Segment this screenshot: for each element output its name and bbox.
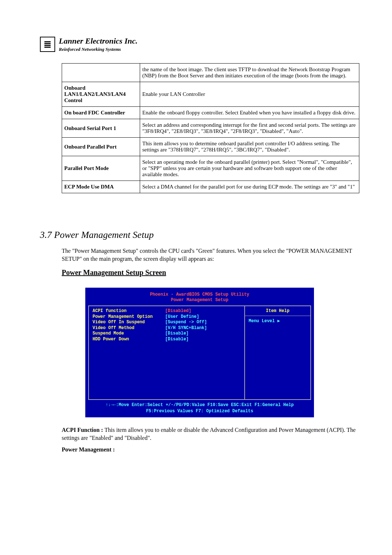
bios-row-value: [Disabled]: [165, 308, 191, 314]
table-cell-label: On board FDC Controller: [62, 107, 140, 119]
bios-row-label: Video Off Method: [93, 325, 165, 331]
bios-row-value: [Suspend -> Off]: [165, 320, 207, 325]
page-header: ≣ Lanner Electronics Inc. Reinforced Net…: [40, 36, 359, 52]
bios-title-2: Power Management Setup: [171, 297, 228, 303]
bios-left-panel: ACPI function[Disabled]Power Management …: [89, 306, 245, 399]
logo-icon: ≣: [44, 39, 52, 50]
table-row: Onboard Serial Port 1Select an address a…: [62, 119, 359, 138]
power-mgmt-paragraph: Power Management :: [62, 446, 359, 454]
table-row: Onboard LAN1/LAN2/LAN3/LAN4 ControlEnabl…: [62, 82, 359, 107]
section-intro: The "Power Management Setup" controls th…: [62, 247, 359, 263]
table-row: Onboard Parallel PortThis item allows yo…: [62, 138, 359, 156]
company-logo: ≣: [40, 37, 55, 52]
bios-row: HDD Power Down[Disable]: [93, 337, 241, 343]
table-cell-desc: Enable your LAN Controller: [140, 82, 359, 107]
acpi-label: ACPI Function :: [62, 427, 105, 433]
bios-row-value: [V/H SYNC+Blank]: [165, 325, 207, 331]
bios-row-label: Power Management Option: [93, 314, 165, 320]
table-row: Parallel Port ModeSelect an operating mo…: [62, 156, 359, 181]
acpi-text: This item allows you to enable or disabl…: [62, 427, 356, 441]
bios-screenshot: Phoenix - AwardBIOS CMOS Setup Utility P…: [85, 288, 314, 417]
bios-row-value: [Disable]: [165, 337, 189, 343]
bios-right-panel: Item Help Menu Level ▶: [245, 306, 310, 399]
subsection-title: Power Management Setup Screen: [62, 268, 359, 277]
bios-row: Video Off Method[V/H SYNC+Blank]: [93, 325, 241, 331]
table-cell-label: ECP Mode Use DMA: [62, 181, 140, 193]
bios-footer-1: ↑↓→←:Move Enter:Select +/-/PU/PD:Value F…: [88, 402, 311, 408]
table-cell-label: [62, 64, 140, 82]
table-row: ECP Mode Use DMASelect a DMA channel for…: [62, 181, 359, 193]
bios-menu-level: Menu Level ▶: [249, 318, 307, 324]
bios-item-help: Item Help: [249, 308, 307, 313]
table-cell-label: Onboard Serial Port 1: [62, 119, 140, 138]
table-cell-label: Onboard LAN1/LAN2/LAN3/LAN4 Control: [62, 82, 140, 107]
bios-row: Video Off In Suspend[Suspend -> Off]: [93, 320, 241, 325]
table-cell-desc: Select a DMA channel for the parallel po…: [140, 181, 359, 193]
bios-row: Suspend Mode[Disable]: [93, 331, 241, 337]
table-row: On board FDC ControllerEnable the onboar…: [62, 107, 359, 119]
acpi-paragraph: ACPI Function : This item allows you to …: [62, 426, 359, 442]
bios-footer-2: F5:Previous Values F7: Optimized Default…: [88, 408, 311, 414]
company-name: Lanner Electronics Inc.: [59, 36, 138, 46]
bios-title-1: Phoenix - AwardBIOS CMOS Setup Utility: [150, 292, 249, 297]
company-tagline: Reinforced Networking Systems: [59, 46, 138, 52]
power-mgmt-label: Power Management :: [62, 446, 115, 453]
settings-table: the name of the boot image. The client u…: [62, 63, 359, 193]
table-cell-desc: the name of the boot image. The client u…: [140, 64, 359, 82]
bios-row: Power Management Option[User Define]: [93, 314, 241, 320]
table-row: the name of the boot image. The client u…: [62, 64, 359, 82]
table-cell-label: Parallel Port Mode: [62, 156, 140, 181]
bios-row-label: HDD Power Down: [93, 337, 165, 343]
table-cell-desc: This item allows you to determine onboar…: [140, 138, 359, 156]
bios-row-label: ACPI function: [93, 308, 165, 314]
bios-row-label: Suspend Mode: [93, 331, 165, 337]
bios-row: ACPI function[Disabled]: [93, 308, 241, 314]
table-cell-desc: Select an operating mode for the onboard…: [140, 156, 359, 181]
table-cell-desc: Select an address and corresponding inte…: [140, 119, 359, 138]
bios-row-label: Video Off In Suspend: [93, 320, 165, 325]
section-title: 3.7 Power Management Setup: [40, 230, 359, 240]
table-cell-label: Onboard Parallel Port: [62, 138, 140, 156]
table-cell-desc: Enable the onboard floppy controller. Se…: [140, 107, 359, 119]
bios-row-value: [User Define]: [165, 314, 199, 320]
bios-footer: ↑↓→←:Move Enter:Select +/-/PU/PD:Value F…: [88, 402, 311, 414]
bios-row-value: [Disable]: [165, 331, 189, 337]
